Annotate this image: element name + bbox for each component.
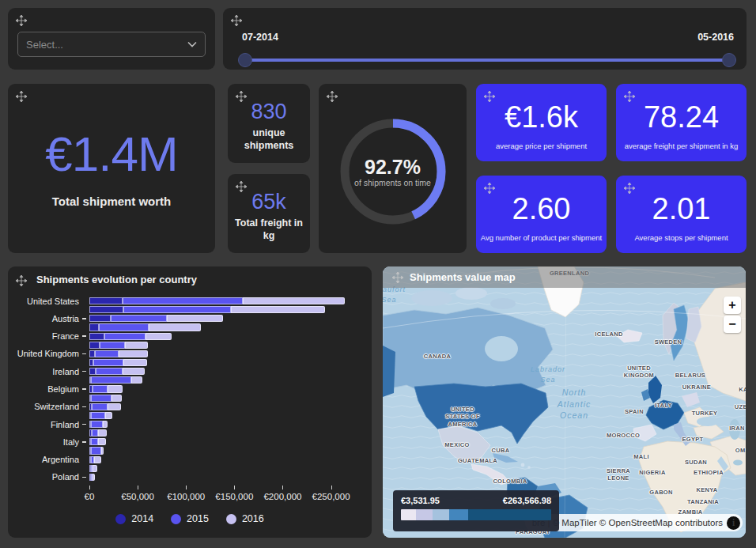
drag-handle-icon[interactable]	[236, 91, 247, 102]
map-country-label: UNITED STATES OF AMERICA	[438, 406, 487, 428]
drag-handle-icon[interactable]	[236, 181, 247, 192]
info-icon[interactable]: i	[727, 516, 740, 530]
stacked-bar[interactable]	[89, 465, 372, 472]
bar-segment-2016[interactable]	[119, 350, 148, 357]
map-country-label: ETHIOPIA	[694, 469, 724, 476]
bar-segment-2014[interactable]	[89, 297, 123, 304]
drag-handle-icon[interactable]	[327, 91, 338, 102]
slider-handle-start[interactable]	[238, 53, 252, 67]
bar-segment-2015[interactable]	[123, 297, 244, 304]
bar-segment-2016[interactable]	[94, 456, 101, 463]
date-range-slider[interactable]	[245, 59, 729, 62]
bar-segment-2016[interactable]	[149, 323, 200, 331]
bar-segment-2015[interactable]	[92, 429, 98, 437]
bar-segment-2016[interactable]	[231, 306, 325, 313]
drag-handle-icon[interactable]	[16, 15, 27, 26]
stacked-bar[interactable]	[89, 395, 372, 402]
map-country-label: ICELAND	[595, 331, 622, 338]
map-zoom-in-button[interactable]: +	[724, 297, 741, 314]
stacked-bar[interactable]	[89, 350, 372, 357]
drag-handle-icon[interactable]	[624, 183, 635, 194]
bar-segment-2016[interactable]	[123, 368, 145, 375]
bar-segment-2016[interactable]	[98, 429, 107, 437]
stacked-bar[interactable]	[89, 447, 372, 454]
bar-segment-2016[interactable]	[93, 465, 97, 472]
stacked-bar[interactable]	[89, 323, 372, 331]
bar-segment-2015[interactable]	[91, 421, 103, 428]
bar-segment-2015[interactable]	[99, 323, 149, 331]
stacked-bar[interactable]	[89, 315, 372, 322]
bar-row: Austria	[8, 314, 372, 323]
drag-handle-icon[interactable]	[392, 272, 403, 283]
map-zoom-out-button[interactable]: −	[724, 316, 741, 333]
legend-item-2016[interactable]: 2016	[226, 513, 264, 524]
bar-segment-2015[interactable]	[93, 359, 124, 366]
stacked-bar[interactable]	[89, 359, 372, 366]
drag-handle-icon[interactable]	[16, 91, 27, 102]
bar-segment-2014[interactable]	[89, 342, 100, 349]
bar-segment-2014[interactable]	[89, 323, 99, 331]
stacked-bar[interactable]	[89, 474, 372, 481]
slider-handle-end[interactable]	[722, 53, 736, 67]
bar-segment-2016[interactable]	[167, 315, 223, 322]
bar-segment-2014[interactable]	[89, 333, 104, 340]
bar-segment-2015[interactable]	[91, 412, 105, 419]
bar-segment-2015[interactable]	[111, 315, 168, 322]
stacked-bar[interactable]	[89, 456, 372, 463]
bar-segment-2016[interactable]	[112, 395, 122, 402]
stacked-bar[interactable]	[89, 385, 372, 392]
stacked-bar[interactable]	[89, 342, 372, 349]
bar-segment-2015[interactable]	[95, 350, 119, 357]
alaska-shape	[383, 346, 395, 397]
stacked-bar[interactable]	[89, 297, 372, 304]
bar-segment-2016[interactable]	[108, 403, 121, 410]
dashboard: Select... 07-2014 05-2016 €1.4M Total sh…	[0, 0, 756, 548]
bar-segment-2015[interactable]	[91, 438, 98, 445]
bar-segment-2015[interactable]	[100, 342, 125, 349]
stacked-bar[interactable]	[89, 429, 372, 437]
bar-segment-2016[interactable]	[98, 438, 106, 445]
bar-segment-2016[interactable]	[105, 412, 112, 419]
stacked-bar[interactable]	[89, 421, 372, 428]
bar-segment-2015[interactable]	[91, 376, 130, 384]
stacked-bar[interactable]	[89, 368, 372, 375]
bar-segment-2015[interactable]	[123, 306, 231, 313]
bar-segment-2014[interactable]	[89, 350, 95, 357]
stacked-bar[interactable]	[89, 306, 372, 313]
bar-segment-2016[interactable]	[93, 474, 95, 481]
stacked-bar[interactable]	[89, 333, 372, 340]
drag-handle-icon[interactable]	[231, 15, 242, 26]
bar-segment-2016[interactable]	[101, 447, 104, 454]
drag-handle-icon[interactable]	[624, 91, 635, 102]
bar-segment-2015[interactable]	[91, 447, 101, 454]
legend-item-2015[interactable]: 2015	[171, 513, 209, 524]
bar-segment-2016[interactable]	[131, 376, 143, 384]
bar-segment-2016[interactable]	[103, 421, 108, 428]
bar-segment-2014[interactable]	[89, 368, 96, 375]
bar-segment-2016[interactable]	[123, 359, 147, 366]
stacked-bar[interactable]	[89, 403, 372, 410]
bar-segment-2015[interactable]	[92, 403, 108, 410]
bar-segment-2015[interactable]	[96, 368, 123, 375]
bar-segment-2015[interactable]	[93, 385, 107, 392]
bar-segment-2016[interactable]	[108, 385, 123, 392]
bar-segment-2014[interactable]	[89, 306, 123, 313]
bar-segment-2015[interactable]	[104, 333, 146, 340]
x-axis-tickmark	[186, 486, 187, 489]
bar-segment-2016[interactable]	[243, 297, 344, 304]
bar-row	[8, 429, 372, 437]
legend-item-2014[interactable]: 2014	[115, 513, 153, 524]
bar-segment-2014[interactable]	[89, 315, 111, 322]
bar-chart-plot-area[interactable]: United StatesAustriaFranceUnited Kingdom…	[8, 297, 372, 482]
bar-segment-2016[interactable]	[146, 333, 172, 340]
bar-segment-2016[interactable]	[125, 342, 148, 349]
drag-handle-icon[interactable]	[16, 275, 27, 286]
bar-segment-2015[interactable]	[91, 395, 112, 402]
map-country-label: UZB	[735, 403, 746, 410]
stacked-bar[interactable]	[89, 376, 372, 384]
country-select[interactable]: Select...	[17, 32, 206, 57]
drag-handle-icon[interactable]	[484, 183, 495, 194]
stacked-bar[interactable]	[89, 438, 372, 445]
drag-handle-icon[interactable]	[484, 91, 495, 102]
stacked-bar[interactable]	[89, 412, 372, 419]
